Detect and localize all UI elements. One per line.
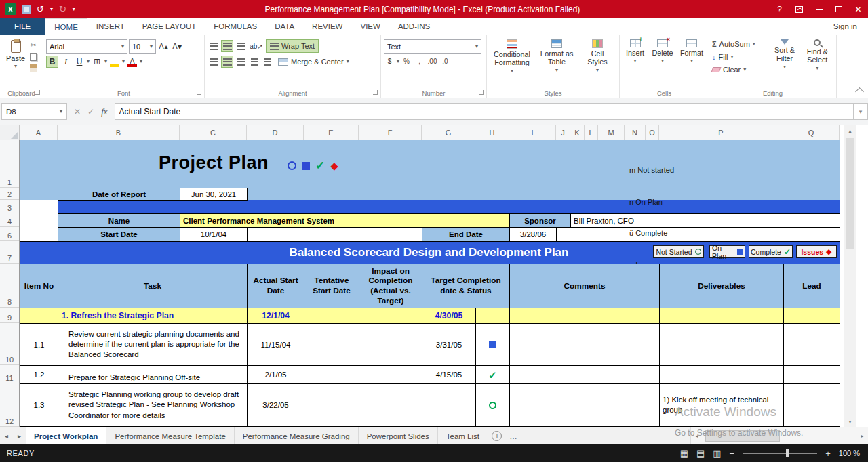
header-item-no[interactable]: Item No bbox=[20, 264, 58, 308]
font-color-dropdown-icon[interactable]: ▾ bbox=[140, 59, 142, 64]
cell-name-label[interactable]: Name bbox=[58, 213, 180, 228]
tab-insert[interactable]: INSERT bbox=[87, 18, 134, 35]
fill-button[interactable]: ↓ Fill ▾ bbox=[712, 50, 768, 63]
cancel-icon[interactable]: ✕ bbox=[74, 107, 81, 117]
tab-data[interactable]: DATA bbox=[266, 18, 303, 35]
empty-cell[interactable] bbox=[359, 383, 422, 427]
zoom-slider[interactable] bbox=[743, 453, 817, 454]
select-all-corner[interactable] bbox=[0, 125, 20, 140]
column-header-e[interactable]: E bbox=[304, 125, 359, 140]
column-header-d[interactable]: D bbox=[247, 125, 304, 140]
empty-cell[interactable] bbox=[659, 323, 784, 366]
cell-target-1-2[interactable]: 4/15/05 bbox=[422, 365, 476, 384]
empty-cell[interactable] bbox=[359, 308, 422, 324]
cell-status-1-2[interactable]: ✓ bbox=[475, 365, 510, 384]
column-header-a[interactable]: A bbox=[20, 125, 58, 140]
column-header-i[interactable]: I bbox=[509, 125, 556, 140]
scroll-up-icon[interactable]: ▴ bbox=[844, 125, 856, 136]
align-right-icon[interactable] bbox=[235, 56, 247, 68]
help-icon[interactable]: ? bbox=[770, 0, 789, 18]
accounting-format-icon[interactable]: $ bbox=[384, 56, 395, 67]
cell-name-value[interactable]: Client Performance Management System bbox=[180, 213, 510, 228]
format-as-table-button[interactable]: Format as Table ▾ bbox=[536, 37, 578, 87]
horizontal-scroll-track[interactable] bbox=[703, 427, 856, 444]
fill-color-dropdown-icon[interactable]: ▾ bbox=[122, 59, 125, 64]
zoom-slider-handle[interactable] bbox=[786, 449, 789, 457]
cell-target-1-1[interactable]: 3/31/05 bbox=[422, 323, 476, 366]
column-header-q[interactable]: Q bbox=[783, 125, 840, 140]
cut-icon[interactable]: ✂ bbox=[28, 41, 38, 49]
increase-indent-icon[interactable] bbox=[262, 56, 274, 68]
insert-function-icon[interactable]: fx bbox=[101, 106, 107, 117]
bold-button[interactable]: B bbox=[46, 56, 58, 68]
fill-color-icon[interactable] bbox=[108, 56, 121, 68]
page-layout-view-icon[interactable]: ▤ bbox=[696, 449, 705, 458]
clipboard-dialog-launcher-icon[interactable] bbox=[35, 90, 40, 95]
sheet-tab-performance-measure-grading[interactable]: Performance Measure Grading bbox=[235, 427, 359, 444]
underline-dropdown-icon[interactable]: ▾ bbox=[87, 59, 90, 64]
borders-dropdown-icon[interactable]: ▾ bbox=[104, 59, 107, 64]
zoom-out-icon[interactable]: − bbox=[730, 449, 735, 458]
tab-view[interactable]: VIEW bbox=[351, 18, 389, 35]
cell-deliverable-1-3[interactable]: 1) Kick off meeting of technical group bbox=[659, 383, 784, 427]
formula-input[interactable]: Actual Start Date bbox=[115, 103, 853, 120]
empty-cell[interactable] bbox=[509, 365, 660, 384]
cell-date-of-report-label[interactable]: Date of Report bbox=[58, 188, 180, 201]
normal-view-icon[interactable]: ▦ bbox=[680, 449, 688, 458]
scroll-left-icon[interactable]: ◂ bbox=[691, 433, 703, 439]
cell-task-1-2[interactable]: Prepare for Strategic Planning Off-site bbox=[58, 365, 248, 384]
cell-task-1-3[interactable]: Strategic Planning working group to deve… bbox=[58, 383, 248, 427]
redo-icon[interactable]: ↻ bbox=[59, 5, 66, 14]
italic-button[interactable]: I bbox=[60, 56, 72, 68]
empty-cell[interactable] bbox=[783, 308, 840, 324]
cell-section-actual-start[interactable]: 12/1/04 bbox=[247, 308, 304, 324]
format-cells-button[interactable]: Format ▾ bbox=[677, 37, 706, 87]
decrease-decimal-icon[interactable]: .0 bbox=[439, 56, 451, 67]
clear-button[interactable]: Clear ▾ bbox=[712, 63, 768, 76]
cell-end-date-value[interactable]: 3/28/06 bbox=[509, 227, 557, 242]
cell-status-1-3[interactable] bbox=[475, 383, 510, 427]
sort-filter-button[interactable]: Sort & Filter ▾ bbox=[768, 37, 801, 87]
empty-cell[interactable] bbox=[359, 365, 422, 384]
decrease-indent-icon[interactable] bbox=[248, 56, 260, 68]
undo-icon[interactable]: ↺ bbox=[37, 5, 44, 14]
scroll-down-icon[interactable]: ▾ bbox=[844, 416, 856, 427]
vertical-scrollbar[interactable]: ▴ ▾ bbox=[844, 125, 856, 427]
zoom-level[interactable]: 100 % bbox=[839, 449, 860, 457]
header-lead[interactable]: Lead bbox=[783, 264, 840, 308]
conditional-formatting-button[interactable]: Conditional Formatting ▾ bbox=[490, 37, 534, 87]
collapse-ribbon-icon[interactable] bbox=[855, 87, 864, 96]
copy-icon[interactable] bbox=[28, 52, 38, 61]
sheet-nav-right-icon[interactable]: ▸ bbox=[13, 427, 26, 444]
cell-actual-start-1-1[interactable]: 11/15/04 bbox=[247, 323, 304, 366]
column-header-f[interactable]: F bbox=[359, 125, 422, 140]
merge-center-button[interactable]: Merge & Center ▾ bbox=[275, 55, 352, 68]
empty-cell[interactable] bbox=[509, 308, 660, 324]
header-task[interactable]: Task bbox=[58, 264, 248, 308]
paste-button[interactable]: Paste ▾ bbox=[3, 37, 28, 72]
column-header-n[interactable]: N bbox=[625, 125, 646, 140]
new-sheet-button[interactable]: + bbox=[488, 427, 506, 444]
empty-cell[interactable] bbox=[247, 227, 422, 242]
column-header-b[interactable]: B bbox=[58, 125, 180, 140]
font-name-select[interactable]: Arial ▾ bbox=[46, 39, 127, 54]
column-header-m[interactable]: M bbox=[598, 125, 625, 140]
align-middle-icon[interactable] bbox=[221, 40, 233, 52]
find-select-button[interactable]: Find & Select ▾ bbox=[802, 37, 833, 87]
insert-cells-button[interactable]: + Insert ▾ bbox=[623, 37, 648, 87]
sheet-tab-team-list[interactable]: Team List bbox=[438, 427, 488, 444]
empty-cell[interactable] bbox=[475, 308, 510, 324]
format-painter-icon[interactable] bbox=[28, 64, 38, 72]
ribbon-display-options-icon[interactable] bbox=[789, 0, 809, 18]
header-comments[interactable]: Comments bbox=[509, 264, 660, 308]
wrap-text-button[interactable]: Wrap Text bbox=[266, 39, 319, 53]
sheet-tab-powerpoint-slides[interactable]: Powerpoint Slides bbox=[359, 427, 438, 444]
align-bottom-icon[interactable] bbox=[235, 40, 247, 52]
tab-file[interactable]: FILE bbox=[0, 18, 45, 35]
legend-on-plan[interactable]: On Plan bbox=[709, 245, 745, 258]
empty-cell[interactable] bbox=[304, 308, 359, 324]
cell-actual-start-1-2[interactable]: 2/1/05 bbox=[247, 365, 304, 384]
sheet-nav-left-icon[interactable]: ◂ bbox=[0, 427, 13, 444]
tab-home[interactable]: HOME bbox=[45, 18, 87, 35]
empty-cell[interactable] bbox=[304, 383, 359, 427]
